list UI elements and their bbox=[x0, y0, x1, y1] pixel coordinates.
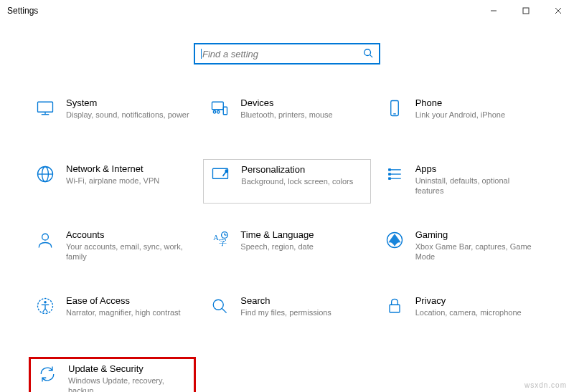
tile-phone[interactable]: Phone Link your Android, iPhone bbox=[378, 93, 545, 138]
svg-point-34 bbox=[44, 301, 47, 304]
accounts-icon bbox=[34, 229, 56, 251]
tile-desc: Uninstall, defaults, optional features bbox=[415, 176, 540, 196]
tile-title: Accounts bbox=[66, 229, 190, 240]
maximize-button[interactable] bbox=[509, 0, 542, 21]
search-box[interactable] bbox=[194, 43, 380, 64]
watermark: wsxdn.com bbox=[524, 381, 567, 389]
tile-desc: Your accounts, email, sync, work, family bbox=[66, 242, 190, 262]
tile-desc: Speech, region, date bbox=[240, 242, 364, 252]
text-caret bbox=[201, 49, 202, 59]
window-controls bbox=[477, 0, 574, 21]
tile-title: Privacy bbox=[415, 295, 540, 306]
tile-search[interactable]: Search Find my files, permissions bbox=[203, 291, 370, 335]
content-area: System Display, sound, notifications, po… bbox=[0, 21, 574, 392]
ease-of-access-icon bbox=[34, 295, 56, 317]
tile-title: Time & Language bbox=[240, 229, 364, 240]
tile-privacy[interactable]: Privacy Location, camera, microphone bbox=[378, 291, 545, 335]
tile-system[interactable]: System Display, sound, notifications, po… bbox=[29, 93, 196, 138]
tile-desc: Location, camera, microphone bbox=[415, 307, 540, 317]
svg-line-37 bbox=[43, 309, 46, 312]
tile-title: Gaming bbox=[415, 229, 540, 240]
tile-desc: Windows Update, recovery, backup bbox=[68, 376, 188, 392]
tile-title: Search bbox=[240, 295, 364, 306]
tile-title: Personalization bbox=[241, 164, 364, 175]
tile-title: Phone bbox=[415, 97, 540, 108]
search-wrap bbox=[14, 43, 560, 64]
tile-desc: Narrator, magnifier, high contrast bbox=[66, 307, 190, 317]
tile-desc: Xbox Game Bar, captures, Game Mode bbox=[415, 242, 540, 262]
svg-text:A: A bbox=[214, 234, 220, 242]
tile-desc: Bluetooth, printers, mouse bbox=[240, 110, 364, 120]
tile-devices[interactable]: Devices Bluetooth, printers, mouse bbox=[203, 93, 370, 138]
tile-accounts[interactable]: Accounts Your accounts, email, sync, wor… bbox=[29, 225, 196, 269]
svg-line-5 bbox=[370, 54, 373, 57]
tile-time-language[interactable]: A字 Time & Language Speech, region, date bbox=[203, 225, 370, 269]
svg-point-11 bbox=[214, 111, 217, 114]
tile-desc: Wi-Fi, airplane mode, VPN bbox=[66, 176, 190, 186]
svg-line-38 bbox=[45, 309, 48, 312]
personalization-icon bbox=[210, 164, 231, 186]
settings-grid: System Display, sound, notifications, po… bbox=[29, 93, 545, 392]
tile-gaming[interactable]: Gaming Xbox Game Bar, captures, Game Mod… bbox=[378, 225, 545, 269]
svg-rect-1 bbox=[523, 8, 529, 14]
privacy-icon bbox=[384, 295, 405, 317]
svg-rect-6 bbox=[38, 102, 53, 112]
search-input[interactable] bbox=[201, 48, 359, 60]
titlebar: Settings bbox=[0, 0, 574, 21]
window-title: Settings bbox=[7, 6, 38, 16]
svg-point-19 bbox=[225, 170, 228, 173]
tile-ease-of-access[interactable]: Ease of Access Narrator, magnifier, high… bbox=[29, 291, 196, 335]
tile-network[interactable]: Network & Internet Wi-Fi, airplane mode,… bbox=[29, 159, 196, 204]
svg-rect-9 bbox=[212, 102, 224, 110]
search-icon bbox=[363, 48, 373, 60]
tile-desc: Link your Android, iPhone bbox=[415, 110, 540, 120]
svg-point-12 bbox=[217, 111, 220, 114]
time-language-icon: A字 bbox=[209, 229, 230, 251]
tile-desc: Background, lock screen, colors bbox=[241, 176, 364, 186]
svg-rect-24 bbox=[388, 173, 391, 176]
tile-apps[interactable]: Apps Uninstall, defaults, optional featu… bbox=[378, 159, 545, 204]
phone-icon bbox=[384, 97, 405, 119]
search-tile-icon bbox=[209, 295, 230, 317]
svg-point-39 bbox=[214, 300, 224, 310]
svg-point-26 bbox=[42, 234, 49, 240]
system-icon bbox=[34, 97, 56, 119]
svg-point-4 bbox=[364, 49, 371, 55]
network-icon bbox=[34, 163, 56, 185]
tile-title: Ease of Access bbox=[66, 295, 190, 306]
tile-title: Update & Security bbox=[68, 363, 188, 374]
svg-rect-10 bbox=[224, 107, 227, 115]
apps-icon bbox=[384, 163, 405, 185]
gaming-icon bbox=[384, 229, 405, 251]
update-security-icon bbox=[37, 363, 58, 385]
tile-title: Devices bbox=[240, 97, 364, 108]
svg-rect-25 bbox=[388, 177, 391, 180]
svg-line-40 bbox=[222, 309, 227, 313]
tile-title: System bbox=[66, 97, 190, 108]
tile-title: Network & Internet bbox=[66, 163, 190, 174]
devices-icon bbox=[209, 97, 230, 119]
svg-text:字: 字 bbox=[219, 238, 227, 247]
tile-desc: Find my files, permissions bbox=[240, 307, 364, 317]
close-button[interactable] bbox=[542, 0, 574, 21]
tile-update-security[interactable]: Update & Security Windows Update, recove… bbox=[29, 357, 196, 392]
svg-rect-23 bbox=[388, 168, 391, 171]
minimize-button[interactable] bbox=[477, 0, 509, 21]
tile-personalization[interactable]: Personalization Background, lock screen,… bbox=[203, 159, 370, 204]
svg-rect-41 bbox=[390, 305, 400, 312]
tile-title: Apps bbox=[415, 163, 540, 174]
tile-desc: Display, sound, notifications, power bbox=[66, 110, 190, 120]
